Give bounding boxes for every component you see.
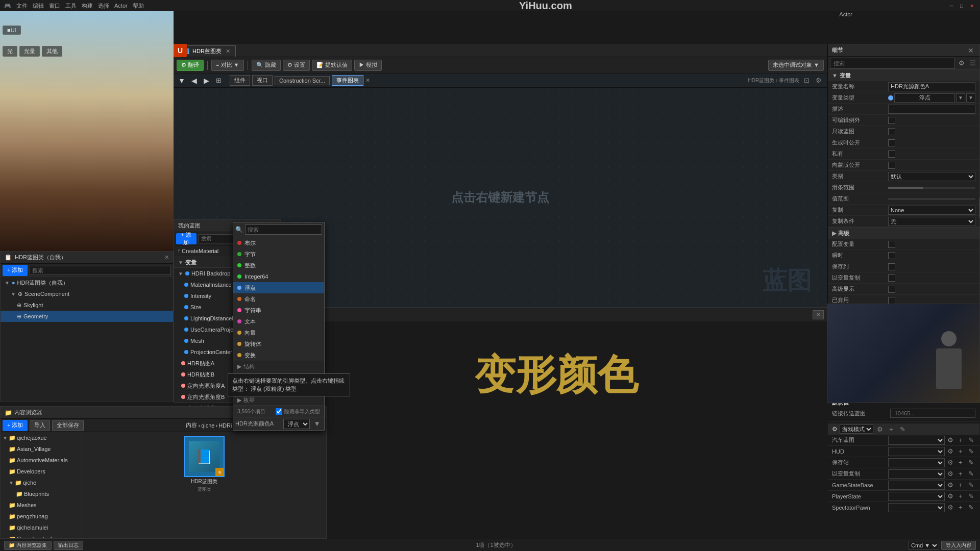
fit-view[interactable]: ⊞ [213, 76, 224, 86]
light-amount-btn[interactable]: 光量 [19, 46, 40, 57]
tab-viewport[interactable]: 视口 [252, 75, 273, 86]
import-btn[interactable]: 导入 [30, 420, 50, 431]
settings-btn[interactable]: ⚙ 设置 [283, 60, 310, 71]
gs-edit[interactable]: ⚙ [946, 481, 955, 490]
ps-new[interactable]: + [956, 492, 965, 501]
content-browser-tab[interactable]: 📁 内容浏览器集 [4, 541, 52, 550]
no-debug-btn[interactable]: 未选中调试对象 ▼ [768, 60, 824, 71]
search-btn[interactable]: 🔍 隐藏 [252, 60, 281, 71]
savegame-checkbox[interactable] [888, 263, 895, 270]
pin-arrow[interactable]: ▼ [312, 419, 322, 429]
hud-edit[interactable]: ⚙ [946, 447, 955, 456]
var-type-btn[interactable]: 浮点 [894, 93, 955, 103]
nav-back[interactable]: ◀ [189, 76, 199, 86]
cb-path-qiche[interactable]: qiche [201, 422, 214, 429]
ps-go[interactable]: ✎ [966, 492, 975, 501]
menu-window[interactable]: 窗口 [49, 2, 60, 10]
sp-go[interactable]: ✎ [966, 503, 975, 512]
auto-materials-folder[interactable]: 📁 AutomotiveMaterials [1, 455, 82, 466]
add-component-button[interactable]: + 添加 [3, 265, 28, 276]
light-btn[interactable]: 光 [3, 46, 17, 57]
nav-forward[interactable]: ▶ [201, 76, 211, 86]
tab-construction[interactable]: Construction Scr... [275, 76, 330, 85]
default-val-input[interactable] [890, 409, 975, 418]
gongdaochej-folder[interactable]: 📁 GongdaocheJi [1, 533, 82, 538]
spectator-select[interactable] [888, 503, 945, 512]
type-name[interactable]: 命名 [233, 293, 324, 305]
gm-btn1[interactable]: ⚙ [875, 424, 885, 434]
type-string[interactable]: 字符串 [233, 305, 324, 316]
cmd-select[interactable]: Cmd ▼ [909, 541, 939, 550]
type-vector[interactable]: 向量 [233, 327, 324, 338]
type-text[interactable]: 文本 [233, 316, 324, 327]
pc-go[interactable]: ✎ [966, 469, 975, 479]
details-settings-icon[interactable]: ⚙ [957, 59, 966, 68]
pc-edit[interactable]: ⚙ [946, 469, 955, 479]
save-station-edit[interactable]: ⚙ [946, 458, 955, 467]
cb-path-content[interactable]: 内容 [186, 421, 197, 429]
advanced-display-checkbox[interactable] [888, 286, 895, 293]
menu-actor[interactable]: Actor [114, 3, 128, 9]
details-search-input[interactable] [830, 58, 955, 69]
readonly-checkbox[interactable] [888, 128, 895, 135]
menu-build[interactable]: 构建 [82, 2, 93, 10]
type-float[interactable]: 浮点 [233, 282, 324, 293]
simulate-btn[interactable]: ▶ 模拟 [354, 60, 382, 71]
canvas-settings[interactable]: ⚙ [814, 76, 824, 86]
sp-new[interactable]: + [956, 503, 965, 512]
car-bp-go[interactable]: ✎ [966, 436, 975, 445]
blueprints-folder[interactable]: 📁 Blueprints [1, 488, 82, 499]
private-checkbox[interactable] [888, 151, 895, 158]
add-bp-button[interactable]: + 添加 [176, 233, 197, 244]
find-close[interactable]: ✕ [813, 310, 824, 319]
output-log-btn[interactable]: 输出日志 [54, 541, 83, 550]
minimize-button[interactable]: ─ [947, 2, 955, 10]
import-content-btn[interactable]: 导入入内容 [941, 541, 976, 550]
type-byte[interactable]: 字节 [233, 248, 324, 260]
tab-components[interactable]: 组件 [230, 75, 250, 86]
menu-select[interactable]: 选择 [98, 2, 109, 10]
car-bp-edit[interactable]: ⚙ [946, 436, 955, 445]
pin-type-select[interactable]: 浮点 [283, 419, 310, 429]
compare-btn[interactable]: = 对比 ▼ [211, 60, 243, 71]
cb-path-hdri[interactable]: HDRi [218, 422, 232, 429]
player-controller-select[interactable] [888, 469, 945, 479]
tree-item-geometry[interactable]: ⊕ Geometry [1, 311, 173, 322]
car-bp-select[interactable] [888, 436, 945, 445]
expose-mask-checkbox[interactable] [888, 162, 895, 169]
type-transform[interactable]: 变换 [233, 349, 324, 361]
variable-section-header[interactable]: ▼ 变量 [828, 70, 979, 81]
hide-import-checkbox[interactable] [276, 408, 282, 415]
maximize-button[interactable]: □ [958, 2, 966, 10]
type-integer[interactable]: 整数 [233, 260, 324, 271]
spawn-checkbox[interactable] [888, 139, 895, 146]
struct-cat[interactable]: ▶ 结构 [233, 361, 324, 372]
copy-cond-select[interactable]: 无 [888, 217, 975, 226]
dropdown-search-input[interactable] [245, 224, 322, 235]
tab-event-graph[interactable]: 事件图表 [332, 75, 363, 86]
perspective-btn[interactable]: ■UI [3, 26, 21, 35]
menu-file[interactable]: 文件 [16, 2, 28, 10]
category-select[interactable]: 默认 [888, 172, 975, 181]
gm-btn2[interactable]: + [887, 424, 896, 434]
tree-item-hdr-bp[interactable]: ▼ ● HDR蓝图类（自我） [1, 277, 173, 288]
components-close[interactable]: ✕ [164, 254, 169, 261]
root-folder[interactable]: ▼ 📁 qichejaoxue [1, 432, 82, 443]
add-content-btn[interactable]: + 添加 [3, 420, 28, 431]
details-close[interactable]: ✕ [966, 46, 975, 55]
tree-item-scene[interactable]: ▼ ⊕ SceneComponent [1, 288, 173, 299]
components-search[interactable] [30, 266, 171, 275]
gm-btn3[interactable]: ✎ [898, 424, 907, 434]
ps-edit[interactable]: ⚙ [946, 492, 955, 501]
nav-arrow-down[interactable]: ▼ [177, 76, 187, 86]
compile-btn[interactable]: ⚙ 翻译 [177, 60, 204, 71]
qichelamulei-folder[interactable]: 📁 qichelamulei [1, 522, 82, 533]
asian-village-folder[interactable]: 📁 Asian_Village [1, 443, 82, 455]
hud-select[interactable] [888, 447, 945, 456]
other-btn[interactable]: 其他 [42, 46, 62, 57]
tree-item-skylight[interactable]: ⊕ Skylight [1, 299, 173, 311]
transient-checkbox[interactable] [888, 252, 895, 259]
sp-edit[interactable]: ⚙ [946, 503, 955, 512]
zoom-fit[interactable]: ⊡ [801, 76, 812, 86]
developers-folder[interactable]: 📁 Developers [1, 466, 82, 477]
